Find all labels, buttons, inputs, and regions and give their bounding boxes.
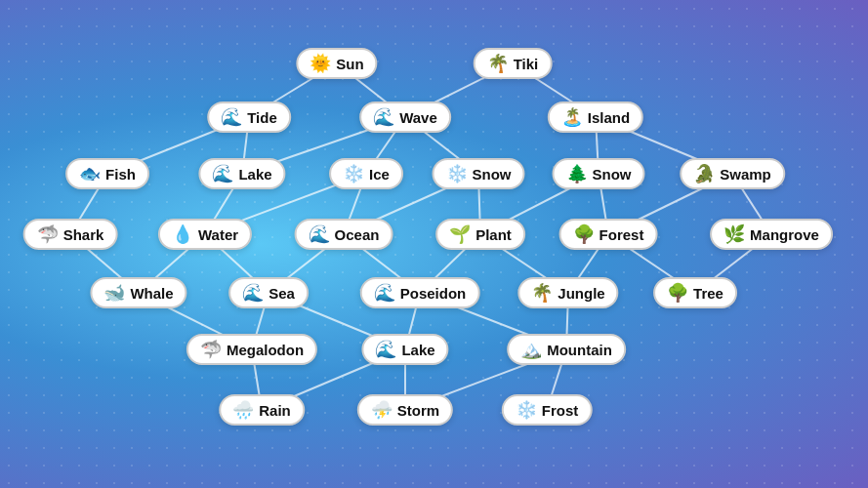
node-tide: 🌊Tide — [207, 102, 291, 133]
node-ocean: 🌊Ocean — [295, 219, 393, 250]
node-icon-mangrove: 🌿 — [723, 225, 745, 243]
node-icon-water: 💧 — [172, 225, 193, 243]
node-icon-frost: ❄️ — [516, 401, 537, 419]
node-label-whale: Whale — [130, 285, 173, 302]
node-label-lake1: Lake — [238, 166, 271, 183]
node-icon-rain: 🌧️ — [232, 401, 254, 419]
node-icon-forest: 🌳 — [573, 225, 595, 243]
node-icon-island: 🏝️ — [561, 108, 583, 126]
node-label-frost: Frost — [542, 402, 579, 419]
node-icon-shark: 🦈 — [37, 225, 59, 243]
node-island: 🏝️Island — [548, 102, 643, 133]
node-label-tide: Tide — [247, 109, 277, 126]
node-icon-poseidon: 🌊 — [374, 284, 395, 302]
node-icon-storm: ⛈️ — [371, 401, 393, 419]
node-icon-plant: 🌱 — [449, 225, 471, 243]
node-whale: 🐋Whale — [90, 277, 186, 308]
node-label-plant: Plant — [475, 226, 512, 243]
node-label-megalodon: Megalodon — [227, 342, 304, 358]
node-swamp: 🐊Swamp — [680, 158, 785, 189]
node-label-island: Island — [588, 109, 630, 126]
node-fish: 🐟Fish — [65, 158, 149, 189]
node-label-fish: Fish — [105, 166, 136, 183]
node-label-wave: Wave — [399, 109, 437, 126]
node-label-jungle: Jungle — [558, 285, 604, 302]
node-ice: ❄️Ice — [329, 158, 403, 189]
node-label-snow2: Snow — [593, 166, 632, 183]
node-label-swamp: Swamp — [720, 166, 771, 183]
node-icon-lake2: 🌊 — [375, 341, 396, 358]
node-lake2: 🌊Lake — [361, 334, 448, 365]
node-icon-mountain: 🏔️ — [520, 341, 542, 358]
node-icon-whale: 🐋 — [103, 284, 125, 302]
node-icon-swamp: 🐊 — [693, 165, 715, 183]
node-wave: 🌊Wave — [359, 102, 451, 133]
node-label-tiki: Tiki — [514, 56, 539, 72]
node-tiki: 🌴Tiki — [474, 48, 553, 79]
node-label-ocean: Ocean — [335, 226, 380, 243]
node-label-poseidon: Poseidon — [400, 285, 467, 302]
node-label-mountain: Mountain — [547, 342, 612, 358]
node-icon-tiki: 🌴 — [487, 55, 509, 72]
node-poseidon: 🌊Poseidon — [360, 277, 480, 308]
node-icon-jungle: 🌴 — [531, 284, 553, 302]
graph-container: 🌞Sun🌴Tiki🌊Tide🌊Wave🏝️Island🐟Fish🌊Lake❄️I… — [0, 0, 868, 488]
node-icon-sea: 🌊 — [242, 284, 264, 302]
node-icon-ice: ❄️ — [343, 165, 364, 183]
node-icon-wave: 🌊 — [373, 108, 394, 126]
node-shark: 🦈Shark — [23, 219, 118, 250]
node-icon-tide: 🌊 — [221, 108, 242, 126]
node-mountain: 🏔️Mountain — [507, 334, 626, 365]
node-icon-ocean: 🌊 — [309, 225, 330, 243]
node-icon-tree: 🌳 — [667, 284, 688, 302]
node-sun: 🌞Sun — [296, 48, 377, 79]
node-icon-snow2: 🌲 — [566, 165, 588, 183]
node-label-sun: Sun — [336, 56, 363, 72]
node-icon-fish: 🐟 — [79, 165, 101, 183]
node-icon-lake1: 🌊 — [212, 165, 233, 183]
node-label-lake2: Lake — [401, 342, 434, 358]
node-label-ice: Ice — [369, 166, 390, 183]
node-icon-megalodon: 🦈 — [200, 341, 222, 358]
node-mangrove: 🌿Mangrove — [710, 219, 833, 250]
node-label-mangrove: Mangrove — [750, 226, 819, 243]
node-label-rain: Rain — [259, 402, 291, 419]
node-forest: 🌳Forest — [559, 219, 658, 250]
node-snow1: ❄️Snow — [433, 158, 525, 189]
node-label-forest: Forest — [599, 226, 644, 243]
node-snow2: 🌲Snow — [553, 158, 645, 189]
node-label-shark: Shark — [63, 226, 104, 243]
node-label-storm: Storm — [397, 402, 439, 419]
node-label-snow1: Snow — [473, 166, 512, 183]
node-jungle: 🌴Jungle — [517, 277, 618, 308]
node-storm: ⛈️Storm — [357, 394, 453, 426]
node-label-water: Water — [198, 226, 238, 243]
node-sea: 🌊Sea — [228, 277, 309, 308]
node-label-sea: Sea — [269, 285, 295, 302]
node-icon-sun: 🌞 — [310, 55, 331, 72]
node-frost: ❄️Frost — [502, 394, 593, 426]
node-megalodon: 🦈Megalodon — [186, 334, 317, 365]
node-label-tree: Tree — [693, 285, 723, 302]
node-plant: 🌱Plant — [435, 219, 525, 250]
node-tree: 🌳Tree — [653, 277, 737, 308]
node-icon-snow1: ❄️ — [446, 165, 468, 183]
node-water: 💧Water — [158, 219, 252, 250]
node-lake1: 🌊Lake — [198, 158, 285, 189]
node-rain: 🌧️Rain — [219, 394, 305, 426]
